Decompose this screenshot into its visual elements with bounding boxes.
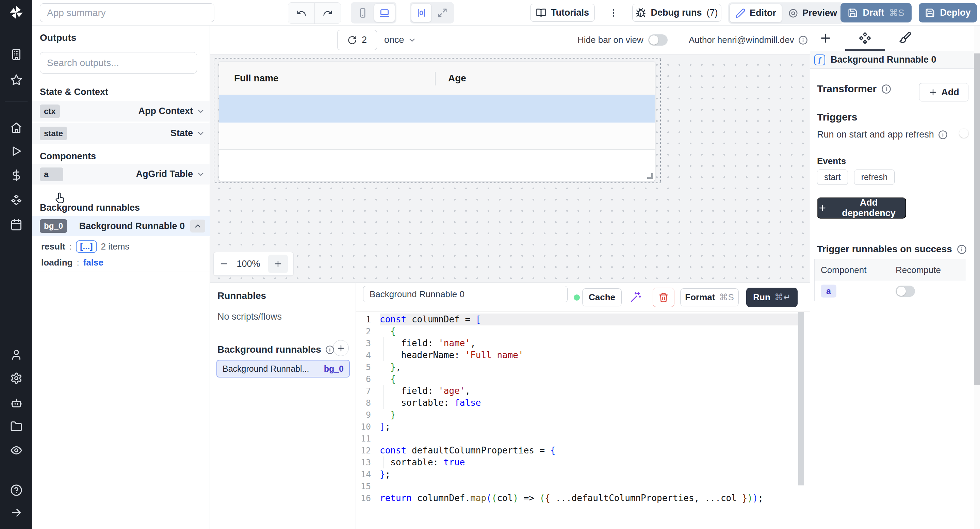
info-icon[interactable] xyxy=(957,244,967,254)
nav-resources[interactable] xyxy=(0,194,32,206)
nav-help[interactable] xyxy=(0,484,32,496)
info-icon[interactable] xyxy=(798,35,808,45)
nav-schedules[interactable] xyxy=(0,218,32,231)
chevron-down-icon[interactable] xyxy=(196,107,205,116)
deploy-button[interactable]: Deploy xyxy=(919,3,977,22)
code-line[interactable]: 10]; xyxy=(356,421,810,433)
nav-settings[interactable] xyxy=(0,372,32,384)
code-line[interactable]: 11 xyxy=(356,433,810,445)
search-outputs-input[interactable] xyxy=(40,52,197,73)
add-background-runnable-button[interactable] xyxy=(333,340,349,356)
zoom-level: 100% xyxy=(232,259,265,269)
format-shortcut: ⌘S xyxy=(719,292,733,303)
frequency-dropdown[interactable]: once xyxy=(384,25,417,54)
code-area[interactable]: 1const columnDef = [2 {3 field: 'name',4… xyxy=(356,312,810,529)
table-row[interactable] xyxy=(219,123,655,150)
code-line[interactable]: 7 field: 'age', xyxy=(356,385,810,397)
nav-apps[interactable] xyxy=(0,48,32,61)
add-dependency-button[interactable]: Add dependency xyxy=(817,198,906,218)
component-settings-tab[interactable] xyxy=(858,31,872,45)
mobile-view-button[interactable] xyxy=(352,3,373,22)
code-line[interactable]: 12const defaultColumnProperties = { xyxy=(356,445,810,456)
run-button[interactable]: Run ⌘↵ xyxy=(746,288,798,307)
debug-runs-button[interactable]: Debug runs (7) xyxy=(632,4,721,22)
nav-runs[interactable] xyxy=(0,145,32,157)
redo-button[interactable] xyxy=(314,3,340,24)
zoom-in-button[interactable] xyxy=(268,255,288,273)
runnable-name-input[interactable] xyxy=(363,286,568,302)
chevron-down-icon[interactable] xyxy=(196,170,205,179)
background-runnable-item[interactable]: Background Runnabl... bg_0 xyxy=(216,360,350,378)
nav-users[interactable] xyxy=(0,349,32,361)
recompute-toggle[interactable] xyxy=(896,285,915,297)
code-line[interactable]: 9 } xyxy=(356,409,810,421)
column-divider[interactable] xyxy=(435,72,436,86)
star-icon xyxy=(10,74,22,86)
background-runnables-label: Background runnables xyxy=(218,344,321,355)
output-row-state[interactable]: state State xyxy=(32,123,210,144)
trigger-runnables-table: Component Recompute a xyxy=(814,259,966,301)
cache-button[interactable]: Cache xyxy=(582,288,622,306)
fullwidth-button[interactable] xyxy=(432,3,453,22)
code-line[interactable]: 8 sortable: false xyxy=(356,397,810,409)
zoom-out-button[interactable] xyxy=(219,259,229,269)
windmill-logo[interactable] xyxy=(0,5,32,21)
output-row-bg0[interactable]: bg_0 Background Runnable 0 xyxy=(32,216,210,237)
code-line[interactable]: 6 { xyxy=(356,373,810,385)
editor-scrollbar[interactable] xyxy=(798,312,804,486)
result-expand-badge[interactable]: [...] xyxy=(76,240,97,253)
nav-audit[interactable] xyxy=(0,444,32,456)
nav-home[interactable] xyxy=(0,121,32,134)
table-row-selected[interactable] xyxy=(219,95,655,123)
code-line[interactable]: 2 { xyxy=(356,325,810,337)
tab-preview[interactable]: Preview xyxy=(783,4,843,22)
code-line[interactable]: 15 xyxy=(356,480,810,492)
panel-scrollbar-thumb[interactable] xyxy=(974,53,980,385)
background-runnables-heading: Background runnables xyxy=(218,344,334,355)
theme-tab[interactable] xyxy=(898,31,912,45)
collapse-bg0-button[interactable] xyxy=(190,220,205,233)
delete-runnable-button[interactable] xyxy=(653,288,675,307)
column-header-full-name[interactable]: Full name xyxy=(234,73,279,84)
output-row-component-a[interactable]: a AgGrid Table xyxy=(32,164,210,185)
code-line[interactable]: 13 sortable: true xyxy=(356,456,810,468)
code-line[interactable]: 4 headerName: 'Full name' xyxy=(356,349,810,361)
preview-eye-icon xyxy=(788,8,798,18)
triggers-heading: Triggers xyxy=(817,111,857,123)
nav-variables[interactable] xyxy=(0,169,32,182)
info-icon[interactable] xyxy=(938,130,948,140)
nav-favorites[interactable] xyxy=(0,74,32,86)
column-header-age[interactable]: Age xyxy=(448,73,466,84)
insert-component-tab[interactable] xyxy=(819,31,832,45)
code-line[interactable]: 1const columnDef = [ xyxy=(356,314,810,325)
chevron-down-icon[interactable] xyxy=(196,129,205,138)
tutorials-button[interactable]: Tutorials xyxy=(530,4,595,22)
code-line[interactable]: 3 field: 'name', xyxy=(356,337,810,349)
center-align-button[interactable] xyxy=(411,3,431,22)
nav-workers[interactable] xyxy=(0,397,32,409)
plus-icon xyxy=(818,203,827,213)
info-icon[interactable] xyxy=(881,84,891,94)
app-canvas[interactable]: Full name Age 100% xyxy=(210,54,810,282)
draft-button[interactable]: Draft ⌘S xyxy=(840,3,912,22)
transformer-label: Transformer xyxy=(817,83,877,95)
hide-bar-toggle[interactable] xyxy=(648,34,668,46)
ai-wand-button[interactable] xyxy=(630,292,641,303)
resize-handle[interactable] xyxy=(647,173,653,179)
add-transformer-button[interactable]: Add xyxy=(919,83,969,102)
format-button[interactable]: Format ⌘S xyxy=(680,288,739,306)
code-line[interactable]: 14}; xyxy=(356,468,810,480)
code-line[interactable]: 5 }, xyxy=(356,361,810,373)
more-menu-button[interactable] xyxy=(607,3,620,22)
desktop-view-button[interactable] xyxy=(374,3,395,22)
refresh-count-button[interactable]: 2 xyxy=(337,30,377,50)
app-summary-input[interactable] xyxy=(40,3,215,22)
undo-button[interactable] xyxy=(288,3,314,24)
left-nav-rail xyxy=(0,0,32,529)
nav-folders[interactable] xyxy=(0,421,32,433)
nav-collapse[interactable] xyxy=(0,507,32,518)
output-row-ctx[interactable]: ctx App Context xyxy=(32,101,210,122)
aggrid-table-component[interactable]: Full name Age xyxy=(219,62,655,181)
code-line[interactable]: 16return columnDef.map((col) => ({ ...de… xyxy=(356,492,810,504)
tab-editor[interactable]: Editor xyxy=(730,4,782,22)
